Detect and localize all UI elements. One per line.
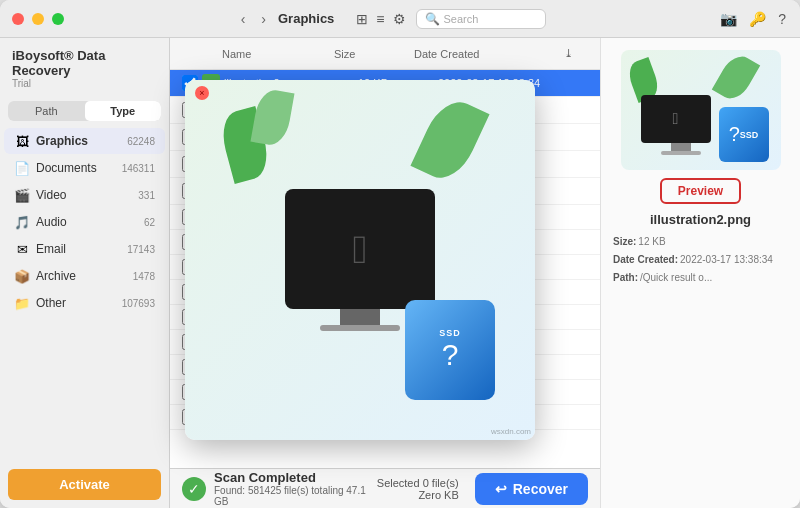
preview-thumbnail:  ? SSD	[621, 50, 781, 170]
selected-size: Zero KB	[377, 489, 459, 501]
popup-close-button[interactable]: ×	[195, 86, 209, 100]
list-view-button[interactable]: ≡	[374, 9, 386, 29]
large-ssd-illustration: SSD ?	[405, 300, 495, 400]
filter-button[interactable]: ⚙	[391, 9, 408, 29]
selected-label: Selected 0 file(s)	[377, 477, 459, 489]
audio-icon: 🎵	[14, 214, 30, 230]
sidebar-item-documents[interactable]: 📄 Documents 146311	[4, 155, 165, 181]
sidebar-item-label: Audio	[36, 215, 138, 229]
sidebar-item-count: 146311	[122, 163, 155, 174]
mac-illustration: 	[641, 95, 721, 160]
ssd-illustration: ? SSD	[719, 107, 769, 162]
maximize-traffic-light[interactable]	[52, 13, 64, 25]
recover-icon: ↩	[495, 481, 507, 497]
app-title: iBoysoft® Data Recovery	[12, 48, 157, 78]
sidebar-item-count: 62	[144, 217, 155, 228]
preview-info: Size: 12 KB Date Created: 2022-03-17 13:…	[613, 233, 788, 287]
status-text: Scan Completed Found: 581425 file(s) tot…	[214, 470, 369, 507]
large-mac-body: 	[285, 189, 435, 309]
date-value: 2022-03-17 13:38:34	[680, 251, 773, 269]
large-mac-base	[320, 325, 400, 331]
window-title: Graphics	[278, 11, 334, 26]
sidebar: iBoysoft® Data Recovery Trial Path Type …	[0, 38, 170, 508]
preview-popup: ×  SSD ? wsxdn.com	[185, 80, 535, 440]
sidebar-item-count: 331	[138, 190, 155, 201]
sidebar-item-label: Video	[36, 188, 132, 202]
scan-complete-icon: ✓	[182, 477, 206, 501]
preview-filename: illustration2.png	[650, 212, 751, 227]
sidebar-header: iBoysoft® Data Recovery Trial	[0, 38, 169, 95]
sidebar-item-audio[interactable]: 🎵 Audio 62	[4, 209, 165, 235]
sidebar-item-archive[interactable]: 📦 Archive 1478	[4, 263, 165, 289]
sidebar-item-count: 107693	[122, 298, 155, 309]
date-label: Date Created:	[613, 251, 678, 269]
status-selected: Selected 0 file(s) Zero KB	[377, 477, 459, 501]
forward-button[interactable]: ›	[257, 9, 270, 29]
sidebar-item-count: 1478	[133, 271, 155, 282]
back-button[interactable]: ‹	[237, 9, 250, 29]
large-leaf-1	[410, 93, 489, 187]
watermark: wsxdn.com	[491, 427, 531, 436]
path-value: /Quick result o...	[640, 269, 712, 287]
col-action-header: ⤓	[564, 47, 588, 60]
preview-date-row: Date Created: 2022-03-17 13:38:34	[613, 251, 788, 269]
preview-panel:  ? SSD Preview illustration2.png Size: …	[600, 38, 800, 508]
help-icon-button[interactable]: ?	[776, 9, 788, 29]
preview-path-row: Path: /Quick result o...	[613, 269, 788, 287]
tab-path[interactable]: Path	[8, 101, 85, 121]
other-icon: 📁	[14, 295, 30, 311]
preview-button[interactable]: Preview	[660, 178, 741, 204]
sidebar-item-label: Email	[36, 242, 121, 256]
mac-stand	[671, 143, 691, 151]
sidebar-item-label: Documents	[36, 161, 116, 175]
sidebar-item-label: Archive	[36, 269, 127, 283]
minimize-traffic-light[interactable]	[32, 13, 44, 25]
titlebar: ‹ › Graphics ⊞ ≡ ⚙ 🔍 Search 📷 🔑 ?	[0, 0, 800, 38]
size-value: 12 KB	[638, 233, 665, 251]
col-date-header: Date Created	[414, 48, 564, 60]
recover-button[interactable]: ↩ Recover	[475, 473, 588, 505]
email-icon: ✉	[14, 241, 30, 257]
search-placeholder: Search	[444, 13, 479, 25]
sidebar-item-video[interactable]: 🎬 Video 331	[4, 182, 165, 208]
sidebar-item-graphics[interactable]: 🖼 Graphics 62248	[4, 128, 165, 154]
titlebar-center: ‹ › Graphics ⊞ ≡ ⚙ 🔍 Search	[72, 9, 710, 29]
sidebar-item-label: Graphics	[36, 134, 121, 148]
activate-button[interactable]: Activate	[8, 469, 161, 500]
video-icon: 🎬	[14, 187, 30, 203]
graphics-icon: 🖼	[14, 133, 30, 149]
sidebar-tabs: Path Type	[8, 101, 161, 121]
camera-icon-button[interactable]: 📷	[718, 9, 739, 29]
sidebar-items: 🖼 Graphics 62248 📄 Documents 146311 🎬 Vi…	[0, 127, 169, 461]
mac-base	[661, 151, 701, 155]
grid-view-button[interactable]: ⊞	[354, 9, 370, 29]
documents-icon: 📄	[14, 160, 30, 176]
titlebar-right: 📷 🔑 ?	[718, 9, 788, 29]
apple-logo: 	[353, 227, 368, 272]
info-icon-button[interactable]: 🔑	[747, 9, 768, 29]
sidebar-item-label: Other	[36, 296, 116, 310]
file-header: Name Size Date Created ⤓	[170, 38, 600, 70]
search-box[interactable]: 🔍 Search	[416, 9, 546, 29]
size-label: Size:	[613, 233, 636, 251]
status-bar: ✓ Scan Completed Found: 581425 file(s) t…	[170, 468, 600, 508]
popup-image:  SSD ? wsxdn.com	[185, 80, 535, 440]
sidebar-item-count: 62248	[127, 136, 155, 147]
app-subtitle: Trial	[12, 78, 157, 89]
search-icon: 🔍	[425, 12, 440, 26]
col-name-header: Name	[222, 48, 334, 60]
mac-screen: 	[641, 95, 711, 143]
tab-type[interactable]: Type	[85, 101, 162, 121]
sidebar-item-count: 17143	[127, 244, 155, 255]
large-mac-stand	[340, 309, 380, 325]
archive-icon: 📦	[14, 268, 30, 284]
large-leaf-3	[250, 87, 294, 147]
path-label: Path:	[613, 269, 638, 287]
sidebar-item-email[interactable]: ✉ Email 17143	[4, 236, 165, 262]
close-traffic-light[interactable]	[12, 13, 24, 25]
col-size-header: Size	[334, 48, 414, 60]
preview-size-row: Size: 12 KB	[613, 233, 788, 251]
scan-found-text: Found: 581425 file(s) totaling 47.1 GB	[214, 485, 369, 507]
sidebar-item-other[interactable]: 📁 Other 107693	[4, 290, 165, 316]
recover-label: Recover	[513, 481, 568, 497]
